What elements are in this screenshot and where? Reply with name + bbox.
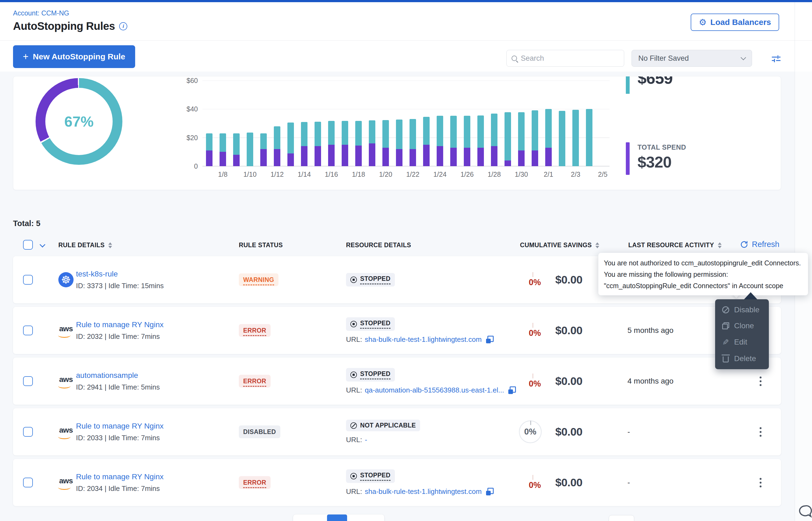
info-icon[interactable]: i [119,22,127,30]
bar-savings [423,117,430,145]
search-input[interactable] [521,54,619,63]
bar-savings [545,109,552,148]
resource-state-badge[interactable]: STOPPED [346,273,395,287]
rule-name-link[interactable]: Rule to manage RY Nginx [76,320,164,329]
bar-savings [409,119,416,149]
x-tick-label: 1/20 [379,171,392,178]
bar-spend [328,145,335,166]
pagination-page-size-button[interactable] [609,515,634,521]
bar-savings [559,111,565,166]
filter-panel-icon[interactable] [770,53,782,66]
aws-icon: aws [59,426,73,434]
x-tick-label: 2/1 [544,171,553,178]
status-badge[interactable]: ERROR [239,375,271,388]
bar-spend [396,149,403,166]
copy-icon[interactable] [486,488,494,495]
resource-state-badge[interactable]: STOPPED [346,317,395,331]
y-tick-label: $40 [163,105,198,113]
bar-spend [369,143,375,166]
bar-spend [355,145,362,166]
new-autostopping-rule-button[interactable]: + New AutoStopping Rule [13,45,135,68]
copy-icon[interactable] [508,386,516,394]
resource-state-badge[interactable]: STOPPED [346,368,395,382]
last-activity: 4 months ago [627,377,674,385]
x-tick-label: 2/3 [571,171,580,178]
bar-savings [450,116,457,148]
bar-spend [464,148,470,166]
stopped-icon [350,321,357,327]
row-actions-menu-button[interactable] [758,425,763,439]
refresh-button[interactable]: Refresh [740,240,779,249]
bar-savings [206,133,213,151]
resource-state-badge[interactable]: STOPPED [346,470,395,483]
bar-spend [518,151,525,166]
bar-savings [505,112,511,160]
row-checkbox[interactable] [23,427,33,437]
bar-savings [315,122,321,146]
resource-url-link[interactable]: sha-bulk-rule-test-1.lightwingtest.com [365,335,482,344]
last-activity: - [627,478,630,487]
row-actions-menu-button[interactable] [758,374,763,388]
select-menu-chevron-icon[interactable] [40,242,45,248]
row-context-menu: Disable Clone ✎ Edit Delete [715,299,769,369]
pagination [293,515,384,521]
row-checkbox[interactable] [23,275,33,285]
bar-savings [287,122,294,153]
x-tick-label: 1/28 [488,171,501,178]
row-actions-menu-button[interactable] [758,475,763,490]
page-header: Account: CCM-NG AutoStopping Rules i ⚙ L… [0,2,812,41]
rule-name-link[interactable]: test-k8s-rule [76,270,164,278]
rule-name-link[interactable]: automationsample [76,371,160,380]
page-title: AutoStopping Rules [13,20,115,32]
bar-plot: 1/81/101/121/141/161/181/201/221/241/261… [202,81,610,166]
search-icon [512,55,517,61]
bar-spend [532,151,538,166]
bar-spend [206,151,213,166]
load-balancers-button[interactable]: ⚙ Load Balancers [691,14,779,31]
account-breadcrumb[interactable]: Account: CCM-NG [13,9,69,17]
sort-icon[interactable] [108,242,112,248]
total-savings-value: $659 [638,76,672,88]
stopped-icon [350,372,357,378]
menu-item-delete[interactable]: Delete [715,354,769,363]
rule-name-link[interactable]: Rule to manage RY Nginx [76,422,164,430]
menu-item-edit[interactable]: ✎ Edit [715,338,769,347]
select-all-checkbox[interactable] [23,240,33,250]
x-tick-label: 1/10 [243,171,257,178]
status-badge[interactable]: WARNING [239,273,278,286]
bar-spend [274,149,280,166]
resource-url-link[interactable]: sha-bulk-rule-test-1.lightwingtest.com [365,488,482,496]
row-checkbox[interactable] [23,478,33,488]
resource-url-link[interactable]: qa-automation-alb-515563988.us-east-1.el… [365,386,504,394]
bar-spend [505,160,511,166]
x-tick-label: 1/16 [325,171,338,178]
help-chat-button[interactable] [797,503,812,521]
sort-icon[interactable] [595,242,599,248]
bar-savings [355,121,362,145]
menu-item-disable[interactable]: Disable [715,305,769,314]
resource-url-link[interactable]: - [365,436,367,444]
bar-savings [342,121,348,145]
kubernetes-icon: ☸ [58,272,73,287]
x-tick-label: 1/8 [218,171,228,178]
bar-savings [369,120,375,143]
copy-icon[interactable] [486,336,494,343]
saved-filter-dropdown[interactable]: No Filter Saved [632,50,752,67]
bar-savings [572,110,579,166]
row-checkbox[interactable] [23,376,33,386]
rule-name-link[interactable]: Rule to manage RY Nginx [76,473,164,481]
sort-icon[interactable] [718,242,722,248]
total-spend-label: TOTAL SPEND [638,143,686,151]
pagination-active-page[interactable] [327,515,347,521]
status-badge[interactable]: ERROR [239,476,271,489]
aws-icon: aws [59,324,73,333]
status-badge[interactable]: ERROR [239,324,271,337]
menu-item-clone[interactable]: Clone [715,321,769,330]
row-checkbox[interactable] [23,325,33,335]
bar-spend [301,146,307,166]
bar-savings [477,115,484,148]
x-tick-label: 2/5 [598,171,607,178]
savings-percent-ring: 0% [519,421,542,443]
refresh-icon [740,240,748,249]
bar-savings [532,110,538,151]
